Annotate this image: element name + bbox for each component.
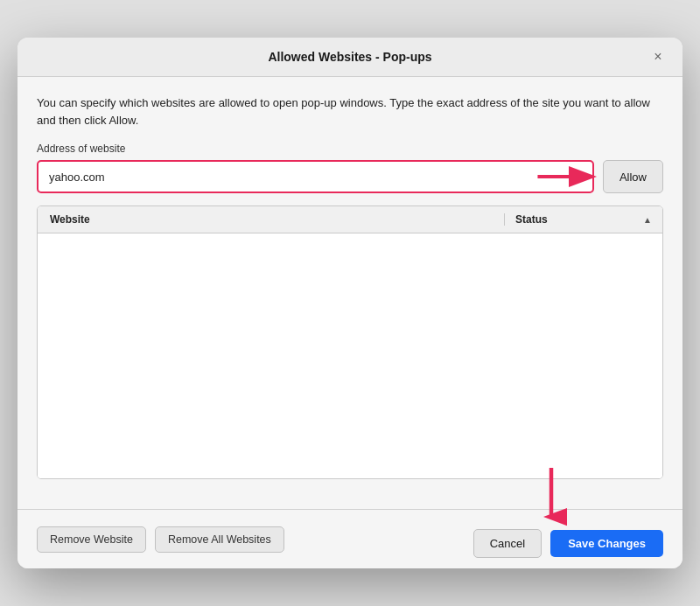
col-website-header: Website xyxy=(38,213,505,226)
col-status-header: Status ▲ xyxy=(505,213,662,226)
remove-website-button[interactable]: Remove Website xyxy=(37,526,146,553)
address-field-label: Address of website xyxy=(37,143,663,155)
dialog-title: Allowed Websites - Pop-ups xyxy=(268,50,431,64)
footer-bottom: Cancel Save Changes xyxy=(473,529,663,558)
dialog-body: You can specify which websites are allow… xyxy=(18,77,682,509)
footer-top: Remove Website Remove All Websites xyxy=(37,526,284,553)
websites-table: Website Status ▲ xyxy=(37,205,663,479)
allowed-websites-dialog: Allowed Websites - Pop-ups × You can spe… xyxy=(18,38,682,568)
close-button[interactable]: × xyxy=(648,46,668,67)
sort-icon: ▲ xyxy=(643,215,652,225)
allow-button[interactable]: Allow xyxy=(603,160,663,193)
save-changes-button[interactable]: Save Changes xyxy=(550,530,663,557)
cancel-button[interactable]: Cancel xyxy=(473,529,542,558)
table-header: Website Status ▲ xyxy=(38,206,662,233)
website-input[interactable] xyxy=(37,160,594,193)
input-row: Allow xyxy=(37,160,663,193)
dialog-titlebar: Allowed Websites - Pop-ups × xyxy=(18,38,682,77)
table-body xyxy=(38,233,662,478)
remove-all-websites-button[interactable]: Remove All Websites xyxy=(155,526,284,553)
description-text: You can specify which websites are allow… xyxy=(37,94,663,129)
dialog-footer: Remove Website Remove All Websites Cance… xyxy=(18,509,682,568)
